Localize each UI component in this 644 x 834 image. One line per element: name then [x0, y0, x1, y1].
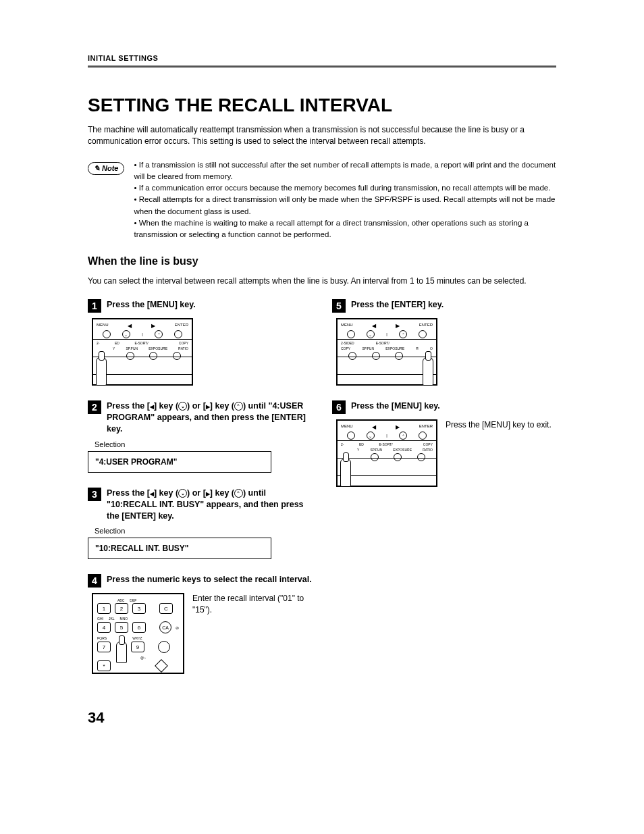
step-3: 3 Press the [] key (⌄) or [] key (⌃) unt…: [88, 488, 312, 560]
keypad-key: 7: [97, 642, 111, 652]
button-circle: ⌃: [399, 330, 407, 338]
panel-label: EXPOSURE: [385, 346, 404, 350]
numeric-keypad-diagram: ABCDEF 1 2 3 C GHIJKLMNO 4 5 6 CA: [92, 593, 184, 674]
panel-label: COPY: [423, 442, 433, 446]
hand-pointer-icon: [96, 357, 107, 386]
button-circle: [372, 352, 380, 360]
subtext: You can select the interval between reca…: [88, 276, 556, 287]
button-circle: [347, 330, 355, 338]
circle-up-icon: ⌃: [234, 402, 243, 411]
page-number: 34: [88, 709, 556, 727]
note-badge: ✎ Note: [88, 162, 124, 175]
keypad-clear-all: CA: [159, 621, 171, 633]
step-2: 2 Press the [] key (⌄) or [] key (⌃) unt…: [88, 400, 312, 473]
keypad-key: 2: [115, 603, 128, 614]
keypad-key: 6: [132, 622, 146, 633]
keypad-enter-icon: [158, 641, 170, 653]
note-list: If a transmission is still not successfu…: [134, 159, 556, 241]
circle-up-icon: ⌃: [234, 489, 243, 498]
note-item: If a communication error occurs because …: [134, 182, 556, 194]
note-box: ✎ Note If a transmission is still not su…: [88, 159, 556, 241]
step-number: 6: [332, 400, 346, 414]
button-circle: [395, 352, 403, 360]
hand-pointer-icon: [116, 642, 127, 663]
panel-label: ED: [359, 442, 364, 446]
panel-label-enter: ENTER: [419, 323, 433, 329]
keypad-key: 1: [97, 603, 111, 614]
step-title: Press the [MENU] key.: [107, 299, 196, 311]
intro-text: The machine will automatically reattempt…: [88, 124, 556, 147]
step-number: 2: [88, 400, 101, 414]
button-circle: ⌃: [399, 432, 407, 440]
step-description: Press the [MENU] key to exit.: [446, 419, 552, 431]
panel-label: SP.FUN: [126, 346, 138, 350]
step-number: 4: [88, 574, 101, 588]
panel-label-menu: MENU: [97, 323, 109, 329]
lcd-display: "10:RECALL INT. BUSY": [88, 538, 271, 559]
note-item: Recall attempts for a direct transmissio…: [134, 194, 556, 217]
columns: 1 Press the [MENU] key. MENU ENTER ⌄ | ⌃: [88, 299, 556, 689]
keypad-key: 9: [131, 642, 144, 652]
step-title: Press the [] key (⌄) or [] key (⌃) until…: [107, 400, 312, 435]
key-label: MNO: [120, 617, 128, 621]
panel-label: 2-SIDED: [341, 341, 354, 345]
step-title: Press the [MENU] key.: [351, 400, 440, 412]
panel-label: EXPOSURE: [149, 346, 167, 350]
step-title: Press the [] key (⌄) or [] key (⌃) until…: [107, 488, 312, 522]
keypad-key: 5: [115, 622, 128, 633]
panel-label-menu: MENU: [341, 323, 353, 329]
button-circle: [419, 432, 427, 440]
circle-down-icon: ⌄: [178, 402, 187, 411]
panel-label-enter: ENTER: [419, 424, 433, 430]
stop-icon: ⊘: [176, 625, 179, 630]
key-label: @:-: [140, 656, 146, 660]
panel-label: E-SORT/: [376, 341, 390, 345]
right-arrow-icon: [396, 323, 400, 329]
button-circle: [103, 330, 111, 338]
start-diamond-icon: [155, 659, 168, 673]
keypad-clear: C: [159, 603, 173, 614]
key-label: ABC: [117, 598, 124, 602]
key-label: WXYZ: [132, 636, 142, 640]
note-item: When the machine is waiting to make a re…: [134, 217, 556, 241]
hand-pointer-icon: [423, 357, 433, 386]
panel-label-menu: MENU: [341, 424, 353, 430]
control-panel-diagram: MENU ENTER ⌄ | ⌃ 2-SIDED E-SORT/: [336, 318, 437, 386]
step-number: 3: [88, 488, 101, 501]
step-title: Press the [ENTER] key.: [351, 299, 444, 311]
page-title: SETTING THE RECALL INTERVAL: [88, 95, 556, 116]
button-circle: [174, 330, 182, 338]
header-rule: [88, 66, 556, 68]
step-5: 5 Press the [ENTER] key. MENU ENTER ⌄ | …: [332, 299, 556, 386]
panel-label: SP.FUN: [362, 346, 374, 350]
right-arrow-icon: [151, 323, 155, 329]
hand-pointer-icon: [340, 459, 351, 487]
left-arrow-icon: [372, 424, 376, 430]
step-4: 4 Press the numeric keys to select the r…: [88, 574, 312, 674]
circle-down-icon: ⌄: [178, 489, 187, 498]
panel-label: COPY: [179, 341, 188, 345]
panel-label: E-SORT/: [135, 341, 149, 345]
key-label: DEF: [130, 598, 136, 602]
step-6: 6 Press the [MENU] key. MENU ENTER ⌄ |: [332, 400, 556, 487]
panel-label: Y: [113, 346, 115, 350]
control-panel-diagram: MENU ENTER ⌄ | ⌃ 2- ED E-SORT/: [92, 318, 193, 386]
button-circle: ⌄: [367, 432, 375, 440]
section-header: INITIAL SETTINGS: [88, 54, 556, 62]
lcd-display: "4:USER PROGRAM": [88, 451, 271, 473]
button-circle: [347, 432, 355, 440]
selection-label: Selection: [95, 440, 312, 448]
step-description: Enter the recall interval ("01" to "15")…: [192, 593, 312, 616]
keypad-key: 4: [97, 622, 111, 633]
button-circle: [419, 330, 427, 338]
note-item: If a transmission is still not successfu…: [134, 159, 556, 183]
button-circle: [126, 352, 134, 360]
panel-label: RATIO: [178, 346, 188, 350]
button-circle: [417, 453, 425, 461]
panel-label: RATIO: [423, 448, 433, 452]
button-circle: ⌄: [367, 330, 375, 338]
step-title: Press the numeric keys to select the rec…: [107, 574, 312, 585]
panel-label: Y: [357, 448, 359, 452]
left-arrow-icon: [372, 323, 376, 329]
right-arrow-icon: [396, 424, 400, 430]
